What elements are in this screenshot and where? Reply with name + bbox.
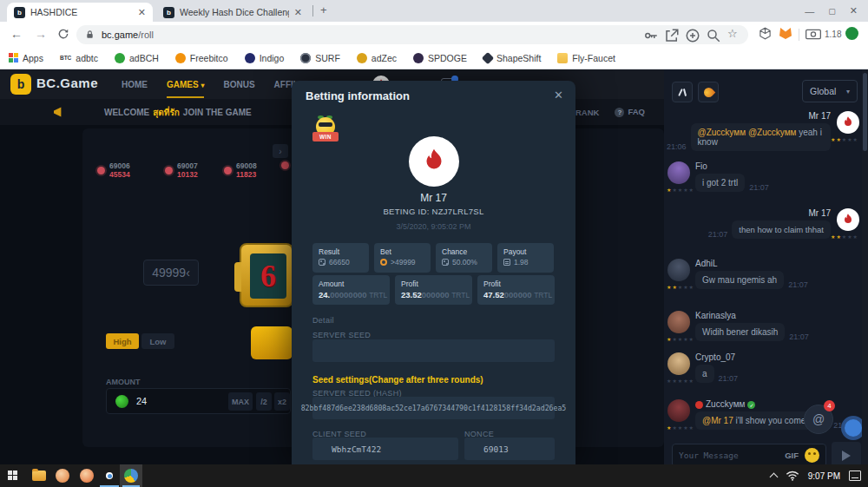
share-icon[interactable] [664, 28, 680, 43]
gif-button[interactable]: GIF [785, 451, 799, 460]
windows-taskbar: 9:07 PM [0, 464, 868, 487]
bookmark-adbch[interactable]: adBCH [115, 53, 159, 63]
indigo-icon [245, 53, 255, 63]
tab-close-icon[interactable]: ✕ [294, 7, 302, 18]
avatar[interactable] [837, 111, 859, 134]
double-button[interactable]: x2 [274, 392, 290, 411]
close-window-button[interactable]: ✕ [850, 5, 858, 16]
tab-challenge[interactable]: b Weekly Hash Dice Challenge - Se ✕ [156, 3, 309, 22]
high-button[interactable]: High [106, 333, 139, 349]
wifi-icon[interactable] [786, 471, 799, 481]
history-item[interactable]: 6900645534 [97, 161, 130, 179]
bookmark-flyfaucet[interactable]: Fly-Faucet [557, 53, 615, 63]
url-path: /roll [138, 30, 154, 40]
chat-message: ★★★★★ Karinaslya Widih bener dikasih21:0… [667, 311, 859, 341]
nav-games[interactable]: GAMES ▾ [167, 80, 204, 89]
action-center-icon[interactable] [849, 471, 861, 481]
chat-dice-icon[interactable] [672, 82, 693, 102]
nav-bonus[interactable]: BONUS [223, 80, 254, 89]
history-item[interactable]: 6900710132 [165, 161, 198, 179]
low-button[interactable]: Low [141, 333, 174, 349]
bookmark-spdoge[interactable]: SPDOGE [413, 53, 467, 63]
bcgame-logo-icon[interactable]: b [10, 74, 31, 95]
round-dot-icon [224, 167, 232, 174]
bookmark-adbtc[interactable]: BTCadbtc [60, 53, 98, 63]
nonce-field[interactable]: 69013 [464, 438, 555, 460]
minimize-button[interactable]: — [805, 6, 814, 16]
brand-title[interactable]: BC.Game [36, 76, 98, 90]
betting-info-modal: Betting information ✕ WIN Mr 17 BETING I… [292, 81, 575, 464]
bookmark-surf[interactable]: SURF [300, 53, 340, 63]
max-button[interactable]: MAX [228, 392, 253, 411]
message-time: 21:07 [788, 280, 808, 289]
server-seed-field[interactable] [312, 339, 555, 362]
server-seed-label: SERVER SEED [312, 331, 371, 339]
bookmark-indigo[interactable]: Indigo [245, 53, 285, 63]
system-tray: 9:07 PM [771, 464, 861, 487]
shapeshift-icon [482, 51, 494, 63]
avatar[interactable] [667, 352, 690, 375]
chat-fireball-icon[interactable] [698, 82, 719, 102]
faq-link[interactable]: ?FAQ [615, 107, 645, 117]
message-author: Karinaslya [695, 311, 859, 320]
avatar[interactable] [667, 259, 690, 281]
bookmark-freebitco[interactable]: Freebitco [175, 53, 228, 63]
modal-title: Betting information [306, 89, 410, 102]
tab-close-icon[interactable]: ✕ [138, 7, 146, 18]
avatar[interactable] [667, 311, 690, 333]
message-bubble: a [695, 365, 714, 383]
half-button[interactable]: /2 [256, 392, 272, 411]
zoom-icon[interactable] [706, 28, 721, 43]
start-button[interactable] [8, 471, 17, 480]
amount-input[interactable]: 24 MAX /2 x2 [106, 388, 291, 414]
emoji-button[interactable] [805, 448, 819, 463]
nav-home[interactable]: HOME [122, 80, 148, 89]
taskbar-app-icon[interactable] [80, 469, 94, 483]
modal-close-icon[interactable]: ✕ [554, 89, 563, 102]
win-badge-icon: WIN [312, 117, 339, 145]
avatar[interactable] [667, 161, 690, 184]
roll-button[interactable] [251, 326, 293, 359]
bookmark-shapeshift[interactable]: ShapeShift [483, 53, 541, 63]
history-item[interactable] [281, 161, 289, 169]
chat-message-input[interactable] [679, 451, 779, 460]
taskbar-app-icon[interactable] [124, 469, 138, 483]
add-circle-icon[interactable] [685, 28, 700, 43]
green-extension-icon[interactable] [845, 27, 858, 40]
reload-icon[interactable] [57, 28, 69, 40]
clown-emoji-icon [695, 401, 703, 409]
server-seed-hash-field[interactable]: 82bbf487d6ee238d6808ac52ce17a6767344790c… [312, 397, 555, 419]
send-message-button[interactable] [832, 442, 861, 464]
tab-hashdice[interactable]: b HASHDICE ✕ [7, 3, 153, 22]
stat-result: Result 66650 [312, 243, 369, 273]
password-key-icon[interactable] [643, 28, 659, 43]
shapeshift-extension-icon[interactable] [759, 27, 772, 40]
chat-sidebar: Global▾ ★★★★★ Mr 17 @Zucckyмм @Zucckyмм … [664, 69, 862, 464]
file-explorer-icon[interactable] [32, 471, 46, 481]
avatar[interactable] [667, 399, 690, 422]
bookmark-apps[interactable]: Apps [9, 53, 43, 63]
history-item[interactable]: 6900811823 [224, 161, 257, 179]
tray-expand-icon[interactable] [769, 473, 778, 482]
wallet-extension-icon[interactable] [806, 29, 821, 40]
send-icon [842, 451, 851, 461]
bet-prediction-display[interactable]: 49999‹ [143, 260, 199, 286]
client-seed-field[interactable]: WbhzCmT422 [312, 438, 458, 460]
rating-stars-icon: ★★★★★ [667, 336, 694, 342]
bookmark-adzec[interactable]: adZec [357, 53, 397, 63]
taskbar-app-icon[interactable] [56, 469, 69, 483]
chat-channel-select[interactable]: Global▾ [802, 80, 858, 102]
new-tab-button[interactable]: + [320, 3, 327, 16]
back-icon[interactable]: ← [10, 27, 23, 41]
megaphone-icon [54, 107, 66, 117]
clock[interactable]: 9:07 PM [808, 471, 840, 481]
bookmark-star-icon[interactable]: ☆ [727, 27, 738, 40]
forward-icon[interactable]: → [35, 27, 47, 41]
chat-message: ★★★★★ AdhiL Gw mau ngemis ah21:07 [667, 259, 859, 289]
history-collapse-icon[interactable]: › [273, 144, 288, 158]
page-scrollbar[interactable] [862, 69, 868, 464]
betting-id: BETING ID: NZJ7LRL7SL [292, 207, 575, 216]
message-time: 21:07 [749, 183, 769, 192]
avatar[interactable] [837, 208, 859, 231]
maximize-button[interactable]: ▢ [828, 7, 836, 16]
